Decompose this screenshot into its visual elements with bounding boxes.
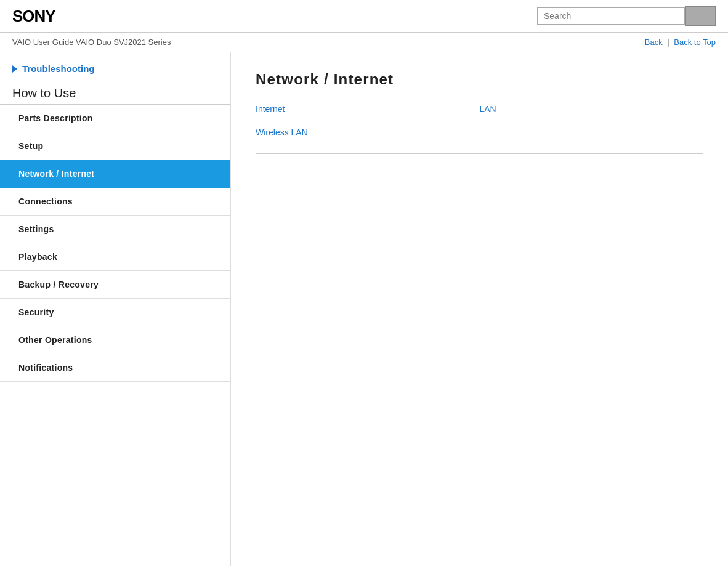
back-to-top-link[interactable]: Back to Top	[674, 38, 716, 47]
search-button[interactable]	[685, 6, 716, 26]
subheader-nav: Back | Back to Top	[645, 38, 716, 47]
sidebar-item-parts-description[interactable]: Parts Description	[0, 105, 230, 132]
sidebar-item-playback[interactable]: Playback	[0, 243, 230, 271]
subheader: VAIO User Guide VAIO Duo SVJ2021 Series …	[0, 33, 728, 52]
guide-title: VAIO User Guide VAIO Duo SVJ2021 Series	[12, 38, 171, 47]
troubleshooting-link[interactable]: Troubleshooting	[0, 52, 230, 80]
sidebar-item-connections[interactable]: Connections	[0, 188, 230, 216]
sidebar-item-other-operations[interactable]: Other Operations	[0, 326, 230, 354]
content-link-row-2: Wireless LAN	[256, 124, 703, 141]
sidebar-item-setup[interactable]: Setup	[0, 132, 230, 160]
content-links: Internet LAN Wireless LAN	[256, 100, 703, 154]
sidebar-item-settings[interactable]: Settings	[0, 216, 230, 243]
search-input[interactable]	[537, 7, 685, 25]
nav-separator: |	[667, 38, 669, 47]
lan-link[interactable]: LAN	[480, 100, 704, 118]
content-link-row-1: Internet LAN	[256, 100, 703, 118]
troubleshooting-label: Troubleshooting	[22, 63, 95, 74]
layout: Troubleshooting How to Use Parts Descrip…	[0, 52, 728, 566]
how-to-use-heading: How to Use	[0, 80, 230, 105]
sidebar-item-backup-recovery[interactable]: Backup / Recovery	[0, 271, 230, 299]
wireless-lan-link[interactable]: Wireless LAN	[256, 124, 480, 141]
main-content: Network / Internet Internet LAN Wireless…	[231, 52, 728, 566]
sidebar-item-notifications[interactable]: Notifications	[0, 354, 230, 382]
internet-link[interactable]: Internet	[256, 100, 480, 118]
sidebar-item-security[interactable]: Security	[0, 299, 230, 326]
search-area	[537, 6, 716, 26]
sidebar-items: Parts DescriptionSetupNetwork / Internet…	[0, 105, 230, 382]
header: SONY	[0, 0, 728, 33]
page-title: Network / Internet	[256, 71, 703, 88]
sidebar-item-network-internet[interactable]: Network / Internet	[0, 160, 230, 188]
sidebar: Troubleshooting How to Use Parts Descrip…	[0, 52, 231, 566]
back-link[interactable]: Back	[645, 38, 663, 47]
sony-logo: SONY	[12, 7, 55, 26]
chevron-icon	[12, 65, 17, 73]
